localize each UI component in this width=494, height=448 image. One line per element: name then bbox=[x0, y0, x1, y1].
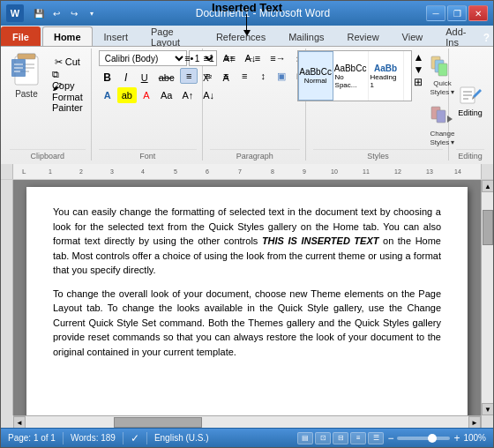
shading-button[interactable]: ▣ bbox=[273, 68, 290, 84]
underline-button[interactable]: U bbox=[136, 70, 153, 86]
format-painter-button[interactable]: 🖌 Format Painter bbox=[48, 89, 87, 105]
zoom-plus[interactable]: + bbox=[453, 432, 460, 444]
cut-button[interactable]: ✂ Cut bbox=[48, 54, 87, 70]
strikethrough-button[interactable]: abc bbox=[154, 70, 179, 86]
tab-home[interactable]: Home bbox=[42, 26, 93, 46]
zoom-slider[interactable] bbox=[397, 437, 450, 440]
styles-gallery: AaBbCc Normal AaBbCc No Spac... AaBb Hea… bbox=[297, 50, 412, 101]
horizontal-scrollbar: ◄ ► bbox=[13, 415, 481, 428]
svg-rect-14 bbox=[437, 110, 445, 123]
scroll-track-h[interactable] bbox=[26, 416, 468, 428]
style-heading1[interactable]: AaBb Heading 1 bbox=[369, 51, 404, 101]
scroll-down-button[interactable]: ▼ bbox=[482, 403, 493, 415]
status-bar: Page: 1 of 1 Words: 189 ✓ English (U.S.)… bbox=[1, 428, 493, 447]
bullets-button[interactable]: ≡• bbox=[180, 50, 198, 66]
tab-references[interactable]: References bbox=[205, 26, 277, 46]
style-no-spacing[interactable]: AaBbCc No Spac... bbox=[333, 51, 369, 101]
style-normal-preview: AaBbCc bbox=[299, 67, 332, 77]
ribbon-group-paragraph: ≡• ≡1 ≡≡ ←≡ ≡→ ↕A ¶ ≡ ≡ ≡ ≡ ↕ ▣ □ bbox=[205, 49, 306, 161]
decrease-indent-button[interactable]: ←≡ bbox=[241, 50, 265, 66]
spell-check-icon[interactable]: ✓ bbox=[131, 432, 139, 444]
close-button[interactable]: ✕ bbox=[468, 5, 488, 21]
bold-button[interactable]: B bbox=[99, 70, 116, 86]
undo-qa-button[interactable]: ↩ bbox=[49, 5, 64, 21]
tab-add-ins[interactable]: Add-Ins bbox=[434, 26, 483, 46]
hscroll-corner-left bbox=[1, 415, 13, 428]
clipboard-small-buttons: ✂ Cut ⧉ Copy 🖌 Format Painter bbox=[48, 50, 87, 105]
zoom-level[interactable]: 100% bbox=[463, 433, 486, 443]
svg-rect-2 bbox=[18, 54, 35, 59]
main-window: Inserted Text W 💾 ↩ ↪ ▾ Document1 - Micr… bbox=[0, 0, 494, 448]
print-layout-button[interactable]: ▤ bbox=[297, 432, 313, 444]
minimize-button[interactable]: ─ bbox=[426, 5, 445, 21]
styles-scroll-down[interactable]: ▼ bbox=[414, 64, 424, 75]
web-layout-button[interactable]: ⊟ bbox=[333, 432, 348, 444]
ribbon-group-clipboard: Paste ✂ Cut ⧉ Copy 🖌 Format Painter Clip… bbox=[4, 49, 92, 161]
paste-icon bbox=[11, 52, 41, 89]
zoom-minus[interactable]: − bbox=[387, 432, 393, 444]
style-normal[interactable]: AaBbCc Normal bbox=[298, 51, 333, 101]
clipboard-group-content: Paste ✂ Cut ⧉ Copy 🖌 Format Painter bbox=[8, 50, 87, 149]
font-name-selector[interactable]: Calibri (Body) bbox=[99, 50, 187, 66]
styles-scroll-up[interactable]: ▲ bbox=[414, 52, 424, 63]
scroll-thumb-h[interactable] bbox=[114, 417, 202, 428]
qa-dropdown-button[interactable]: ▾ bbox=[84, 5, 100, 21]
multilevel-button[interactable]: ≡≡ bbox=[220, 50, 240, 66]
tab-mailings[interactable]: Mailings bbox=[277, 26, 335, 46]
full-screen-button[interactable]: ⊡ bbox=[315, 432, 331, 444]
help-button[interactable]: ? bbox=[483, 32, 490, 44]
scroll-left-button[interactable]: ◄ bbox=[13, 416, 26, 429]
document-area[interactable]: You can easily change the formatting of … bbox=[13, 180, 481, 415]
ruler: L 1 2 3 4 5 6 7 8 9 10 11 12 13 14 bbox=[1, 164, 493, 180]
text-effect-button[interactable]: A bbox=[99, 87, 116, 103]
numbering-button[interactable]: ≡1 bbox=[198, 50, 219, 66]
tab-file[interactable]: File bbox=[1, 26, 41, 46]
paste-button[interactable]: Paste bbox=[8, 50, 45, 101]
svg-rect-12 bbox=[438, 63, 447, 76]
paragraph-group-label: Paragraph bbox=[210, 149, 300, 161]
align-left-button[interactable]: ≡ bbox=[180, 68, 198, 84]
justify-button[interactable]: ≡ bbox=[236, 68, 253, 84]
editing-group-content: Editing bbox=[454, 50, 486, 149]
scroll-thumb-v[interactable] bbox=[483, 210, 493, 245]
redo-qa-button[interactable]: ↪ bbox=[66, 5, 82, 21]
tab-view[interactable]: View bbox=[391, 26, 435, 46]
page-count: Page: 1 of 1 bbox=[8, 433, 56, 443]
view-buttons: ▤ ⊡ ⊟ ≡ ☰ bbox=[297, 432, 384, 444]
tab-insert[interactable]: Insert bbox=[93, 26, 140, 46]
center-button[interactable]: ≡ bbox=[198, 68, 216, 84]
ribbon-content: Paste ✂ Cut ⧉ Copy 🖌 Format Painter Clip… bbox=[1, 47, 493, 164]
scroll-up-button[interactable]: ▲ bbox=[482, 180, 493, 192]
line-spacing-button[interactable]: ↕ bbox=[254, 68, 272, 84]
change-case-button[interactable]: Aa bbox=[156, 87, 176, 103]
font-color-button[interactable]: A bbox=[138, 87, 155, 103]
style-heading1-preview: AaBb bbox=[374, 63, 397, 73]
scroll-right-button[interactable]: ► bbox=[468, 416, 481, 429]
tab-review[interactable]: Review bbox=[336, 26, 391, 46]
language: English (U.S.) bbox=[154, 433, 209, 443]
page: You can easily change the formatting of … bbox=[26, 187, 468, 415]
align-right-button[interactable]: ≡ bbox=[217, 68, 235, 84]
scroll-track-v[interactable] bbox=[482, 192, 493, 403]
zoom-controls: ▤ ⊡ ⊟ ≡ ☰ − + 100% bbox=[297, 432, 486, 444]
editing-button[interactable]: Editing bbox=[454, 79, 486, 120]
tab-page-layout[interactable]: Page Layout bbox=[139, 26, 205, 46]
italic-button[interactable]: I bbox=[117, 70, 135, 86]
increase-indent-button[interactable]: ≡→ bbox=[266, 50, 289, 66]
title-bar-controls: ─ ❐ ✕ bbox=[426, 5, 488, 21]
left-margin bbox=[1, 180, 13, 415]
save-qa-button[interactable]: 💾 bbox=[31, 5, 47, 21]
main-content: You can easily change the formatting of … bbox=[1, 180, 493, 415]
draft-button[interactable]: ☰ bbox=[368, 432, 384, 444]
quick-access-toolbar: 💾 ↩ ↪ ▾ bbox=[31, 5, 100, 21]
hscroll-row: ◄ ► bbox=[1, 415, 493, 428]
align-buttons-row: ≡ ≡ ≡ ≡ ↕ ▣ □ bbox=[180, 68, 309, 84]
outline-button[interactable]: ≡ bbox=[350, 432, 366, 444]
styles-group-content: AaBbCc Normal AaBbCc No Spac... AaBb Hea… bbox=[297, 50, 460, 149]
hscroll-corner-right bbox=[481, 415, 493, 428]
style-nospacing-label: No Spac... bbox=[335, 73, 366, 89]
restore-button[interactable]: ❐ bbox=[447, 5, 467, 21]
styles-more[interactable]: ⊞ bbox=[414, 77, 424, 87]
text-highlight-button[interactable]: ab bbox=[117, 87, 137, 103]
status-sep-1 bbox=[63, 432, 64, 444]
